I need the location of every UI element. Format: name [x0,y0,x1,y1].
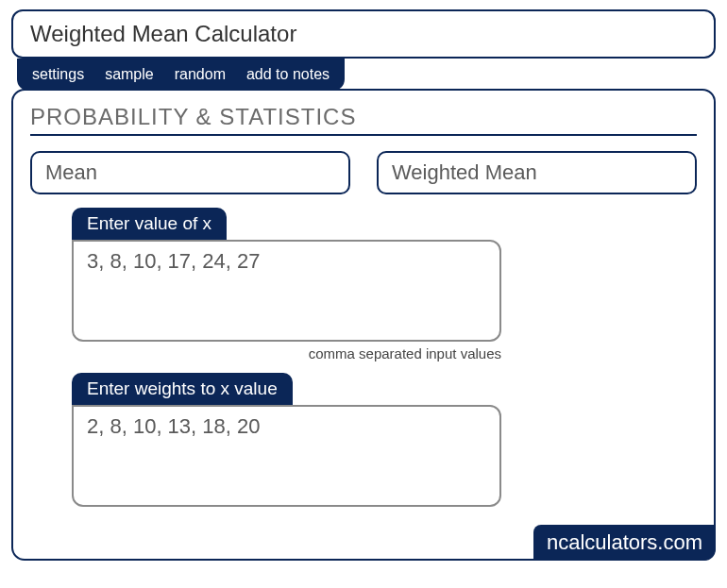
tab-bar: settings sample random add to notes [17,59,345,91]
brand-badge: ncalculators.com [533,525,716,561]
field-x-hint: comma separated input values [72,345,501,361]
tab-random[interactable]: random [175,66,226,83]
field-weights-group: Enter weights to x value [72,373,697,507]
field-x-group: Enter value of x comma separated input v… [72,208,697,361]
page-title: Weighted Mean Calculator [11,9,716,59]
mode-mean-button[interactable]: Mean [30,151,350,194]
field-weights-label: Enter weights to x value [72,373,293,405]
field-weights-input[interactable] [72,405,501,507]
tab-add-to-notes[interactable]: add to notes [246,66,330,83]
field-x-label: Enter value of x [72,208,227,240]
section-heading: PROBABILITY & STATISTICS [30,104,697,136]
main-panel: PROBABILITY & STATISTICS Mean Weighted M… [11,89,716,561]
mode-row: Mean Weighted Mean [30,151,697,194]
field-x-input[interactable] [72,240,501,342]
tab-sample[interactable]: sample [105,66,154,83]
mode-weighted-mean-button[interactable]: Weighted Mean [377,151,697,194]
tab-settings[interactable]: settings [32,66,84,83]
